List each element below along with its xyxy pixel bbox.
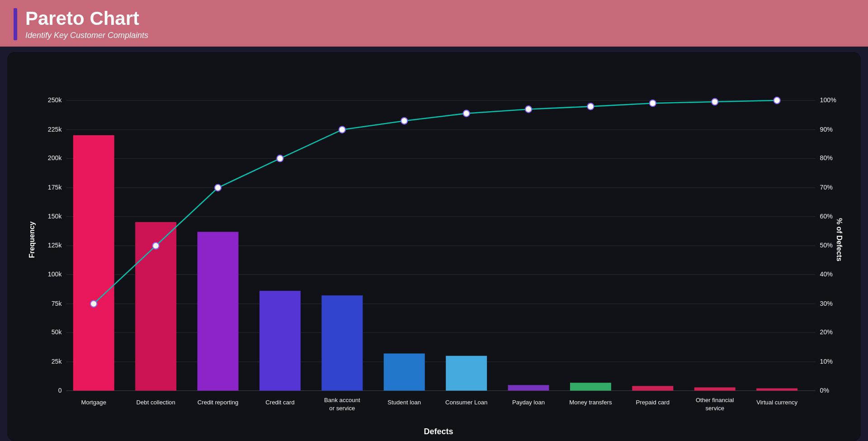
svg-text:50k: 50k — [52, 329, 62, 336]
svg-text:150k: 150k — [48, 213, 62, 220]
line-point-1 — [90, 301, 97, 307]
svg-text:125k: 125k — [48, 242, 62, 249]
line-point-11 — [712, 99, 718, 105]
svg-text:Virtual currency: Virtual currency — [756, 399, 797, 406]
bar-credit-card — [259, 291, 301, 391]
bar-bank-account — [321, 295, 363, 390]
svg-text:50%: 50% — [820, 242, 833, 249]
svg-text:70%: 70% — [820, 184, 833, 191]
line-point-8 — [525, 106, 532, 113]
line-point-10 — [650, 100, 656, 106]
svg-text:80%: 80% — [820, 155, 833, 162]
header-accent — [14, 8, 17, 40]
page-subtitle: Identify Key Customer Complaints — [25, 31, 148, 40]
svg-text:Other financial: Other financial — [696, 397, 734, 403]
svg-text:250k: 250k — [48, 96, 62, 104]
svg-text:Credit reporting: Credit reporting — [198, 399, 238, 406]
line-point-5 — [339, 127, 345, 133]
svg-text:Money transfers: Money transfers — [569, 399, 612, 406]
line-point-4 — [277, 155, 283, 161]
line-point-9 — [587, 103, 594, 109]
svg-text:0%: 0% — [820, 387, 830, 394]
svg-text:75k: 75k — [52, 300, 62, 307]
svg-text:40%: 40% — [820, 270, 833, 278]
svg-text:Credit card: Credit card — [265, 399, 294, 406]
svg-text:200k: 200k — [48, 155, 62, 162]
line-point-6 — [401, 118, 407, 124]
svg-text:service: service — [705, 405, 724, 412]
line-point-12 — [774, 97, 780, 104]
bar-student-loan — [384, 354, 425, 391]
bar-money-transfers — [570, 383, 611, 390]
bar-other-financial — [694, 388, 736, 391]
svg-text:Student loan: Student loan — [387, 399, 421, 406]
pareto-chart-svg: 0 25k 50k 75k 100k 125k 150k 175k 200k 2… — [39, 66, 838, 414]
bar-mortgage — [73, 135, 114, 391]
svg-text:175k: 175k — [48, 184, 62, 191]
pareto-line — [94, 100, 777, 304]
svg-text:20%: 20% — [820, 329, 833, 336]
svg-text:Debt collection: Debt collection — [137, 399, 175, 406]
chart-area: Frequency % of Defects Defects 0 25k 50k… — [39, 66, 838, 414]
page-title: Pareto Chart — [25, 8, 148, 29]
page-header: Pareto Chart Identify Key Customer Compl… — [0, 0, 868, 47]
y-axis-left-label: Frequency — [28, 222, 36, 258]
svg-text:90%: 90% — [820, 126, 833, 133]
svg-text:Consumer Loan: Consumer Loan — [445, 399, 487, 406]
x-axis-label: Defects — [424, 427, 453, 436]
svg-text:0: 0 — [58, 387, 62, 394]
svg-text:60%: 60% — [820, 213, 833, 220]
line-point-2 — [153, 242, 159, 249]
svg-text:225k: 225k — [48, 126, 62, 133]
svg-text:Payday loan: Payday loan — [512, 399, 545, 406]
line-point-7 — [463, 110, 470, 117]
svg-text:Prepaid card: Prepaid card — [636, 399, 670, 406]
svg-text:30%: 30% — [820, 300, 833, 307]
bar-payday-loan — [508, 385, 549, 391]
bar-credit-reporting — [198, 232, 239, 391]
y-axis-right-label: % of Defects — [835, 218, 843, 261]
svg-text:100%: 100% — [820, 96, 836, 104]
chart-container: Frequency % of Defects Defects 0 25k 50k… — [7, 52, 861, 441]
bar-virtual-currency — [756, 389, 797, 391]
svg-text:10%: 10% — [820, 358, 833, 365]
svg-text:or service: or service — [329, 405, 355, 412]
svg-text:25k: 25k — [52, 358, 62, 365]
bar-prepaid-card — [632, 386, 673, 391]
svg-text:Mortgage: Mortgage — [81, 399, 106, 406]
bar-consumer-loan — [446, 356, 487, 391]
svg-text:100k: 100k — [48, 270, 62, 278]
line-point-3 — [215, 185, 221, 191]
header-text-group: Pareto Chart Identify Key Customer Compl… — [25, 8, 148, 40]
svg-text:Bank account: Bank account — [324, 397, 360, 403]
